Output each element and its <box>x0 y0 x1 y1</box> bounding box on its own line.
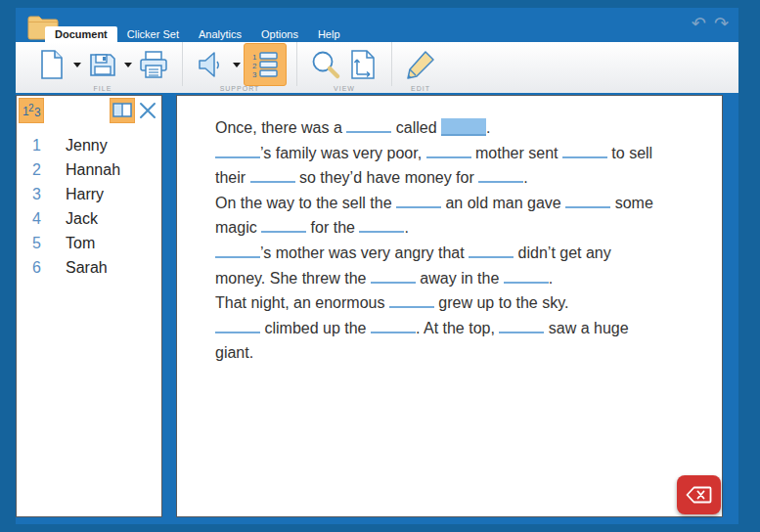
toolbar-group-label: EDIT <box>392 85 449 92</box>
item-number: 2 <box>32 161 52 179</box>
new-document-dropdown-caret-icon[interactable] <box>73 63 81 67</box>
item-name: Harry <box>66 186 104 203</box>
doc-text-segment: for the <box>306 219 359 236</box>
word-blank[interactable] <box>396 195 441 208</box>
toolbar-group-view: VIEW <box>297 42 392 86</box>
word-list-item-tom[interactable]: 5Tom <box>17 231 161 255</box>
menu-tab-analytics[interactable]: Analytics <box>189 26 251 42</box>
word-blank[interactable] <box>215 320 260 333</box>
doc-line: climbed up the . At the top, saw a huge <box>215 316 694 341</box>
word-blank[interactable] <box>469 244 514 258</box>
doc-text-segment: climbed up the <box>260 320 371 336</box>
doc-text-segment: That night, an enormous <box>215 294 389 311</box>
menu-tab-options[interactable]: Options <box>251 26 308 42</box>
doc-text-segment: an old man gave <box>441 195 565 211</box>
doc-text-segment: ’s mother was very angry that <box>260 244 469 261</box>
save-icon <box>87 50 118 79</box>
doc-text-segment: saw a huge <box>544 320 628 336</box>
save-button[interactable] <box>84 44 121 85</box>
doc-line: ’s family was very poor, mother sent to … <box>215 141 694 166</box>
doc-text-segment: away in the <box>416 270 504 287</box>
save-dropdown-caret-icon[interactable] <box>124 63 132 67</box>
backspace-button[interactable] <box>677 475 721 514</box>
doc-line: Once, there was a called . <box>215 115 694 141</box>
word-blank[interactable] <box>359 219 404 233</box>
toolbar-group-edit: EDIT <box>392 42 449 86</box>
word-blank[interactable] <box>426 145 471 158</box>
doc-text-segment: money. She threw the <box>215 270 371 287</box>
word-blank[interactable] <box>389 294 434 308</box>
new-document-icon <box>37 49 67 80</box>
word-list-item-sarah[interactable]: 6Sarah <box>17 255 161 280</box>
doc-text-segment: to sell <box>607 145 652 161</box>
doc-text-segment: . <box>523 169 527 186</box>
word-blank[interactable] <box>504 270 549 284</box>
item-number: 1 <box>32 137 52 155</box>
word-blank[interactable] <box>371 320 416 333</box>
item-number: 4 <box>32 210 52 228</box>
toolbar-group-file: FILE <box>23 42 183 86</box>
doc-text-segment: giant. <box>215 344 253 361</box>
word-list-item-harry[interactable]: 3Harry <box>17 182 161 206</box>
speaker-icon <box>197 50 226 79</box>
menu-bar: DocumentClicker SetAnalyticsOptionsHelp <box>16 26 738 42</box>
word-blank-selected[interactable] <box>441 118 486 136</box>
document-panel: Once, there was a called .’s family was … <box>176 95 723 517</box>
magnifier-button[interactable] <box>307 44 344 85</box>
word-list-item-jenny[interactable]: 1Jenny <box>17 133 161 157</box>
word-blank[interactable] <box>562 145 607 158</box>
magnifier-icon <box>309 49 342 80</box>
word-list-item-jack[interactable]: 4Jack <box>17 206 161 231</box>
doc-text-segment: called <box>391 119 441 136</box>
word-blank[interactable] <box>250 169 295 183</box>
split-pane-button[interactable] <box>110 98 135 123</box>
menu-tab-clicker-set[interactable]: Clicker Set <box>117 26 189 42</box>
word-blank[interactable] <box>261 219 306 233</box>
word-blank[interactable] <box>215 145 260 158</box>
word-list: 1Jenny2Hannah3Harry4Jack5Tom6Sarah <box>17 125 161 280</box>
pencil-button[interactable] <box>402 44 439 85</box>
document-text: Once, there was a called .’s family was … <box>215 115 694 366</box>
doc-text-segment: mother sent <box>471 145 562 161</box>
menu-tab-help[interactable]: Help <box>308 26 350 42</box>
word-blank[interactable] <box>371 270 416 284</box>
word-blank[interactable] <box>478 169 523 183</box>
word-list-header: 1 2 3 <box>17 96 161 125</box>
doc-text-segment: . <box>404 219 408 236</box>
svg-text:3: 3 <box>252 70 257 79</box>
doc-text-segment: Once, there was a <box>215 119 346 136</box>
print-button[interactable] <box>135 44 172 85</box>
menu-tab-document[interactable]: Document <box>45 26 117 42</box>
svg-text:3: 3 <box>34 106 41 119</box>
new-document-button[interactable] <box>33 44 70 85</box>
word-list-item-hannah[interactable]: 2Hannah <box>17 157 161 182</box>
doc-line: ’s mother was very angry that didn’t get… <box>215 241 694 266</box>
speaker-button[interactable] <box>193 44 230 85</box>
svg-text:1: 1 <box>252 53 257 62</box>
toolbar-group-support: 123SUPPORT <box>183 42 297 86</box>
item-name: Hannah <box>66 161 120 179</box>
doc-text-segment: magic <box>215 219 261 236</box>
item-number: 6 <box>32 259 52 277</box>
doc-text-segment: didn’t get any <box>514 244 611 261</box>
close-panel-button[interactable] <box>137 100 158 121</box>
item-name: Tom <box>66 235 95 252</box>
numbered-list-button[interactable]: 123 <box>244 43 287 86</box>
numbered-list-icon: 123 <box>250 50 280 79</box>
speaker-dropdown-caret-icon[interactable] <box>233 63 241 67</box>
page-arrows-button[interactable] <box>344 44 381 85</box>
toolbar: FILE123SUPPORTVIEWEDIT <box>16 42 738 93</box>
word-blank[interactable] <box>565 195 610 208</box>
close-icon <box>139 102 156 119</box>
doc-line: money. She threw the away in the . <box>215 266 694 291</box>
item-number: 5 <box>32 235 52 252</box>
item-name: Jenny <box>66 137 108 155</box>
numbers-123-button[interactable]: 1 2 3 <box>19 98 44 123</box>
doc-line: magic for the . <box>215 215 694 241</box>
doc-line: their so they’d have money for . <box>215 165 694 191</box>
word-blank[interactable] <box>346 119 391 133</box>
pencil-icon <box>405 49 436 80</box>
word-blank[interactable] <box>499 320 544 333</box>
toolbar-group-label: FILE <box>23 85 182 92</box>
word-blank[interactable] <box>215 244 260 258</box>
